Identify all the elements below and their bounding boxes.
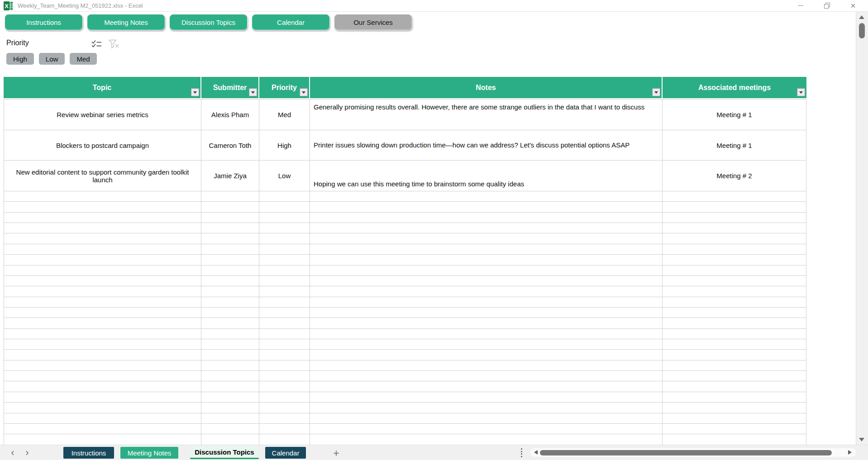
empty-cell[interactable] <box>663 350 806 360</box>
empty-cell[interactable] <box>259 255 310 265</box>
empty-cell[interactable] <box>663 286 806 296</box>
empty-cell[interactable] <box>4 297 201 307</box>
empty-cell[interactable] <box>4 381 201 391</box>
empty-cell[interactable] <box>4 286 201 296</box>
empty-cell[interactable] <box>663 244 806 254</box>
empty-cell[interactable] <box>663 392 806 402</box>
empty-cell[interactable] <box>259 381 310 391</box>
empty-cell[interactable] <box>663 413 806 423</box>
empty-cell[interactable] <box>201 381 259 391</box>
empty-cell[interactable] <box>663 297 806 307</box>
empty-cell[interactable] <box>310 381 663 391</box>
meetings-cell[interactable]: Meeting # 2 <box>663 161 806 191</box>
filter-dropdown-topic[interactable] <box>191 88 199 96</box>
scroll-right-arrow-icon[interactable] <box>848 450 852 455</box>
scroll-down-arrow-icon[interactable] <box>859 438 864 441</box>
empty-cell[interactable] <box>663 318 806 328</box>
sheet-tab-calendar[interactable]: Calendar <box>265 447 306 459</box>
empty-cell[interactable] <box>259 244 310 254</box>
empty-cell[interactable] <box>201 276 259 286</box>
empty-cell[interactable] <box>310 233 663 243</box>
scroll-left-arrow-icon[interactable] <box>534 450 538 455</box>
horizontal-scrollbar-thumb[interactable] <box>540 450 832 455</box>
empty-cell[interactable] <box>663 339 806 349</box>
submitter-cell[interactable]: Jamie Ziya <box>201 161 259 191</box>
empty-cell[interactable] <box>201 413 259 423</box>
submitter-cell[interactable]: Cameron Toth <box>201 130 259 160</box>
nav-button-discussion-topics[interactable]: Discussion Topics <box>169 14 248 30</box>
vertical-scrollbar-thumb[interactable] <box>859 23 865 38</box>
empty-cell[interactable] <box>4 403 201 413</box>
empty-cell[interactable] <box>201 392 259 402</box>
sheet-nav-left-button[interactable]: ‹ <box>7 445 18 460</box>
close-button[interactable]: ✕ <box>840 0 866 11</box>
empty-cell[interactable] <box>663 434 806 444</box>
empty-cell[interactable] <box>259 371 310 381</box>
empty-cell[interactable] <box>4 424 201 434</box>
empty-cell[interactable] <box>201 266 259 275</box>
empty-cell[interactable] <box>663 233 806 243</box>
empty-cell[interactable] <box>4 350 201 360</box>
empty-cell[interactable] <box>310 191 663 201</box>
notes-cell[interactable]: Hoping we can use this meeting time to b… <box>310 161 663 191</box>
filter-dropdown-notes[interactable] <box>652 88 660 96</box>
empty-cell[interactable] <box>4 371 201 381</box>
empty-cell[interactable] <box>663 223 806 233</box>
empty-cell[interactable] <box>310 339 663 349</box>
meetings-cell[interactable]: Meeting # 1 <box>663 130 806 160</box>
slicer-item-high[interactable]: High <box>6 53 34 65</box>
empty-cell[interactable] <box>259 223 310 233</box>
filter-dropdown-associated-meetings[interactable] <box>797 88 805 96</box>
sheet-tab-discussion-topics[interactable]: Discussion Topics <box>190 446 259 459</box>
empty-cell[interactable] <box>201 318 259 328</box>
filter-dropdown-submitter[interactable] <box>249 88 257 96</box>
empty-cell[interactable] <box>201 360 259 370</box>
empty-cell[interactable] <box>4 223 201 233</box>
empty-cell[interactable] <box>310 308 663 318</box>
empty-cell[interactable] <box>201 255 259 265</box>
empty-cell[interactable] <box>4 255 201 265</box>
empty-cell[interactable] <box>201 233 259 243</box>
empty-cell[interactable] <box>259 360 310 370</box>
empty-cell[interactable] <box>663 308 806 318</box>
empty-cell[interactable] <box>201 286 259 296</box>
empty-cell[interactable] <box>259 266 310 275</box>
empty-cell[interactable] <box>663 381 806 391</box>
empty-cell[interactable] <box>663 424 806 434</box>
empty-cell[interactable] <box>259 191 310 201</box>
empty-cell[interactable] <box>201 339 259 349</box>
notes-cell[interactable]: Printer issues slowing down production t… <box>310 130 663 160</box>
empty-cell[interactable] <box>663 329 806 339</box>
priority-cell[interactable]: High <box>259 130 310 160</box>
empty-cell[interactable] <box>201 223 259 233</box>
empty-cell[interactable] <box>259 392 310 402</box>
empty-cell[interactable] <box>310 244 663 254</box>
empty-cell[interactable] <box>4 318 201 328</box>
restore-button[interactable] <box>814 0 840 11</box>
empty-cell[interactable] <box>4 392 201 402</box>
empty-cell[interactable] <box>201 297 259 307</box>
empty-cell[interactable] <box>663 360 806 370</box>
add-sheet-button[interactable]: + <box>329 446 343 460</box>
empty-cell[interactable] <box>201 191 259 201</box>
empty-cell[interactable] <box>4 434 201 444</box>
empty-cell[interactable] <box>201 371 259 381</box>
empty-cell[interactable] <box>201 350 259 360</box>
empty-cell[interactable] <box>663 403 806 413</box>
empty-cell[interactable] <box>201 424 259 434</box>
empty-cell[interactable] <box>663 202 806 212</box>
empty-cell[interactable] <box>663 213 806 223</box>
filter-dropdown-priority[interactable] <box>300 88 308 96</box>
empty-cell[interactable] <box>310 329 663 339</box>
submitter-cell[interactable]: Alexis Pham <box>201 100 259 130</box>
empty-cell[interactable] <box>4 266 201 275</box>
minimize-button[interactable] <box>787 0 814 11</box>
empty-cell[interactable] <box>4 360 201 370</box>
empty-cell[interactable] <box>259 329 310 339</box>
empty-cell[interactable] <box>201 434 259 444</box>
tab-splitter-handle[interactable] <box>521 448 523 457</box>
slicer-item-low[interactable]: Low <box>39 53 65 65</box>
empty-cell[interactable] <box>259 413 310 423</box>
empty-cell[interactable] <box>259 297 310 307</box>
empty-cell[interactable] <box>310 360 663 370</box>
